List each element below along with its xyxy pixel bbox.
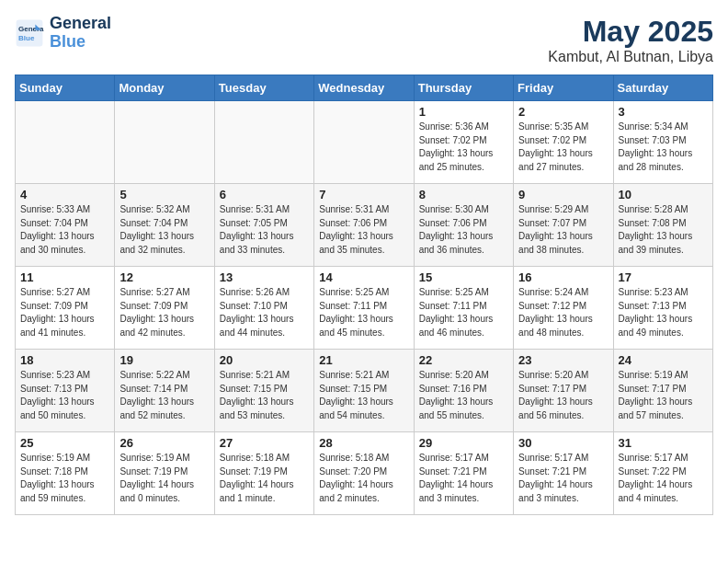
day-number: 4 [20,188,109,201]
calendar-cell: 8Sunrise: 5:30 AM Sunset: 7:06 PM Daylig… [414,184,513,267]
day-info: Sunrise: 5:17 AM Sunset: 7:21 PM Dayligh… [518,452,608,505]
day-info: Sunrise: 5:21 AM Sunset: 7:15 PM Dayligh… [319,369,408,422]
calendar-cell: 31Sunrise: 5:17 AM Sunset: 7:22 PM Dayli… [613,432,712,515]
calendar-cell: 16Sunrise: 5:24 AM Sunset: 7:12 PM Dayli… [514,267,613,350]
day-number: 27 [220,436,309,450]
calendar-cell: 21Sunrise: 5:21 AM Sunset: 7:15 PM Dayli… [314,350,414,432]
calendar-cell: 10Sunrise: 5:28 AM Sunset: 7:08 PM Dayli… [613,184,712,267]
day-info: Sunrise: 5:18 AM Sunset: 7:19 PM Dayligh… [220,452,309,505]
day-number: 10 [619,188,708,201]
calendar-cell: 7Sunrise: 5:31 AM Sunset: 7:06 PM Daylig… [314,184,414,267]
day-number: 16 [518,270,608,284]
day-info: Sunrise: 5:19 AM Sunset: 7:17 PM Dayligh… [619,369,708,422]
calendar-week-row: 1Sunrise: 5:36 AM Sunset: 7:02 PM Daylig… [16,101,713,184]
day-number: 18 [20,353,109,367]
calendar-cell: 27Sunrise: 5:18 AM Sunset: 7:19 PM Dayli… [214,432,313,515]
calendar-week-row: 4Sunrise: 5:33 AM Sunset: 7:04 PM Daylig… [16,184,713,267]
calendar-cell: 29Sunrise: 5:17 AM Sunset: 7:21 PM Dayli… [414,432,513,515]
calendar-cell: 4Sunrise: 5:33 AM Sunset: 7:04 PM Daylig… [16,184,115,267]
day-info: Sunrise: 5:19 AM Sunset: 7:18 PM Dayligh… [20,452,109,505]
calendar-week-row: 25Sunrise: 5:19 AM Sunset: 7:18 PM Dayli… [16,432,713,515]
day-number: 2 [518,105,608,119]
calendar-cell [16,101,115,184]
logo-text: General Blue [50,15,111,52]
day-info: Sunrise: 5:23 AM Sunset: 7:13 PM Dayligh… [619,286,708,339]
day-number: 29 [419,436,508,450]
calendar-cell: 13Sunrise: 5:26 AM Sunset: 7:10 PM Dayli… [214,267,313,350]
calendar-cell: 9Sunrise: 5:29 AM Sunset: 7:07 PM Daylig… [514,184,613,267]
day-number: 12 [119,270,209,284]
day-number: 3 [619,105,708,119]
day-number: 15 [419,270,508,284]
calendar-cell: 11Sunrise: 5:27 AM Sunset: 7:09 PM Dayli… [16,267,115,350]
calendar-cell: 18Sunrise: 5:23 AM Sunset: 7:13 PM Dayli… [16,350,115,432]
calendar-cell [214,101,313,184]
page-header: General Blue General Blue May 2025 Kambu… [15,15,713,65]
day-number: 20 [220,353,309,367]
svg-text:Blue: Blue [18,34,35,42]
day-info: Sunrise: 5:34 AM Sunset: 7:03 PM Dayligh… [619,121,708,174]
day-info: Sunrise: 5:20 AM Sunset: 7:17 PM Dayligh… [518,369,608,422]
weekday-header: Tuesday [214,75,313,101]
calendar-cell: 6Sunrise: 5:31 AM Sunset: 7:05 PM Daylig… [214,184,313,267]
day-number: 9 [518,188,608,201]
day-number: 1 [419,105,508,119]
calendar-cell: 1Sunrise: 5:36 AM Sunset: 7:02 PM Daylig… [414,101,513,184]
day-info: Sunrise: 5:26 AM Sunset: 7:10 PM Dayligh… [220,286,309,339]
day-number: 23 [518,353,608,367]
day-info: Sunrise: 5:31 AM Sunset: 7:05 PM Dayligh… [220,203,309,257]
day-number: 7 [319,188,408,201]
weekday-header: Monday [115,75,214,101]
calendar-cell: 28Sunrise: 5:18 AM Sunset: 7:20 PM Dayli… [314,432,414,515]
calendar-body: 1Sunrise: 5:36 AM Sunset: 7:02 PM Daylig… [16,101,713,515]
day-info: Sunrise: 5:30 AM Sunset: 7:06 PM Dayligh… [419,203,508,257]
calendar-cell: 26Sunrise: 5:19 AM Sunset: 7:19 PM Dayli… [115,432,214,515]
day-info: Sunrise: 5:23 AM Sunset: 7:13 PM Dayligh… [20,369,109,422]
weekday-header: Wednesday [314,75,414,101]
day-info: Sunrise: 5:27 AM Sunset: 7:09 PM Dayligh… [20,286,109,339]
day-number: 13 [220,270,309,284]
logo-icon: General Blue [15,18,44,48]
calendar-cell: 15Sunrise: 5:25 AM Sunset: 7:11 PM Dayli… [414,267,513,350]
day-info: Sunrise: 5:36 AM Sunset: 7:02 PM Dayligh… [419,121,508,174]
calendar-cell: 3Sunrise: 5:34 AM Sunset: 7:03 PM Daylig… [613,101,712,184]
day-info: Sunrise: 5:29 AM Sunset: 7:07 PM Dayligh… [518,203,608,257]
day-number: 6 [220,188,309,201]
calendar-header: SundayMondayTuesdayWednesdayThursdayFrid… [16,75,713,101]
day-info: Sunrise: 5:35 AM Sunset: 7:02 PM Dayligh… [518,121,608,174]
calendar-week-row: 11Sunrise: 5:27 AM Sunset: 7:09 PM Dayli… [16,267,713,350]
day-number: 25 [20,436,109,450]
location-title: Kambut, Al Butnan, Libya [548,49,713,65]
day-info: Sunrise: 5:31 AM Sunset: 7:06 PM Dayligh… [319,203,408,257]
day-number: 21 [319,353,408,367]
calendar-cell: 22Sunrise: 5:20 AM Sunset: 7:16 PM Dayli… [414,350,513,432]
title-block: May 2025 Kambut, Al Butnan, Libya [548,15,713,65]
weekday-row: SundayMondayTuesdayWednesdayThursdayFrid… [16,75,713,101]
day-info: Sunrise: 5:24 AM Sunset: 7:12 PM Dayligh… [518,286,608,339]
day-info: Sunrise: 5:17 AM Sunset: 7:22 PM Dayligh… [619,452,708,505]
day-number: 22 [419,353,508,367]
day-number: 19 [119,353,209,367]
day-number: 17 [619,270,708,284]
day-info: Sunrise: 5:17 AM Sunset: 7:21 PM Dayligh… [419,452,508,505]
month-title: May 2025 [548,15,713,49]
logo: General Blue General Blue [15,15,111,52]
calendar-cell: 20Sunrise: 5:21 AM Sunset: 7:15 PM Dayli… [214,350,313,432]
day-number: 8 [419,188,508,201]
day-number: 28 [319,436,408,450]
calendar-cell [314,101,414,184]
day-info: Sunrise: 5:19 AM Sunset: 7:19 PM Dayligh… [119,452,209,505]
day-info: Sunrise: 5:20 AM Sunset: 7:16 PM Dayligh… [419,369,508,422]
day-info: Sunrise: 5:25 AM Sunset: 7:11 PM Dayligh… [319,286,408,339]
day-number: 5 [119,188,209,201]
day-number: 26 [119,436,209,450]
calendar-cell: 25Sunrise: 5:19 AM Sunset: 7:18 PM Dayli… [16,432,115,515]
calendar-cell: 12Sunrise: 5:27 AM Sunset: 7:09 PM Dayli… [115,267,214,350]
weekday-header: Sunday [16,75,115,101]
calendar-week-row: 18Sunrise: 5:23 AM Sunset: 7:13 PM Dayli… [16,350,713,432]
day-info: Sunrise: 5:27 AM Sunset: 7:09 PM Dayligh… [119,286,209,339]
day-number: 31 [619,436,708,450]
day-info: Sunrise: 5:28 AM Sunset: 7:08 PM Dayligh… [619,203,708,257]
day-number: 24 [619,353,708,367]
day-info: Sunrise: 5:21 AM Sunset: 7:15 PM Dayligh… [220,369,309,422]
